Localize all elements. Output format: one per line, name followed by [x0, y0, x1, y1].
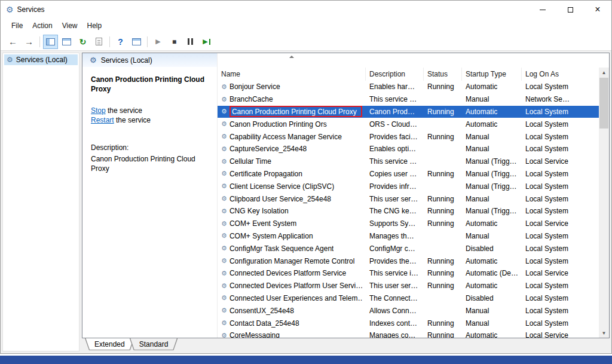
services-view: ⚙ Services (Local) Canon Production Prin…	[82, 53, 610, 338]
cell-startup: Automatic	[462, 280, 522, 292]
table-row[interactable]: ⚙BranchCacheThis service …ManualNetwork …	[218, 93, 599, 106]
cell-desc: The CNG ke…	[366, 205, 424, 218]
show-console-tree-button[interactable]	[43, 35, 58, 49]
service-name: Bonjour Service	[230, 82, 280, 91]
table-row[interactable]: ⚙COM+ System ApplicationManages th…Manua…	[218, 230, 599, 243]
cell-logon: Local System	[522, 180, 599, 192]
cell-startup: Manual	[462, 93, 522, 106]
cell-status: Running	[424, 218, 462, 230]
table-row[interactable]: ⚙COM+ Event SystemSupports Sy…RunningAut…	[218, 218, 599, 230]
cell-status: Running	[424, 280, 462, 292]
stop-service-link[interactable]: Stop	[91, 106, 106, 115]
column-header-description[interactable]: Description	[366, 68, 424, 81]
cell-logon: Local System	[522, 168, 599, 181]
cell-desc: Enables opti…	[366, 143, 424, 155]
table-row[interactable]: ⚙CaptureService_254e48Enables opti…Manua…	[218, 143, 599, 155]
cell-startup: Manual (Trigg…	[462, 155, 522, 168]
scroll-thumb[interactable]	[599, 78, 608, 129]
cell-startup: Manual	[462, 130, 522, 143]
window-button[interactable]	[129, 35, 144, 49]
help-button[interactable]	[113, 35, 128, 49]
cell-logon: Local System	[522, 255, 599, 267]
tab-extended[interactable]: Extended	[85, 338, 134, 350]
service-gear-icon: ⚙	[221, 257, 227, 265]
column-header-startup-type[interactable]: Startup Type	[462, 68, 522, 81]
cell-logon: Network Se…	[522, 93, 599, 106]
cell-status: Running	[424, 192, 462, 205]
taskbar[interactable]	[0, 356, 612, 364]
service-name: CNG Key Isolation	[230, 207, 289, 215]
service-gear-icon: ⚙	[221, 170, 227, 178]
properties-button[interactable]	[59, 35, 74, 49]
window-title: Services	[17, 5, 45, 14]
stop-service-button[interactable]	[167, 35, 182, 49]
view-header: ⚙ Services (Local)	[82, 53, 217, 67]
service-gear-icon: ⚙	[221, 158, 227, 166]
cell-status	[424, 292, 462, 305]
service-name: Certificate Propagation	[230, 170, 302, 178]
tree-item-services-local[interactable]: ⚙ Services (Local)	[4, 54, 78, 65]
cell-desc: Enables har…	[366, 81, 424, 93]
table-row[interactable]: ⚙CoreMessagingManages co…RunningAutomati…	[218, 329, 599, 338]
refresh-button[interactable]	[75, 35, 90, 49]
table-row[interactable]: ⚙Canon Production Printing OrsORS - Clou…	[218, 118, 599, 130]
help-icon	[118, 37, 123, 47]
column-header-log-on-as[interactable]: Log On As	[522, 68, 599, 81]
cell-startup: Manual (Trigg…	[462, 168, 522, 181]
cell-name: ⚙Canon Production Printing Ors	[218, 118, 366, 130]
maximize-button[interactable]	[556, 1, 584, 19]
table-row[interactable]: ⚙Client License Service (ClipSVC)Provide…	[218, 180, 599, 192]
cell-startup: Automatic	[462, 218, 522, 230]
tab-standard[interactable]: Standard	[130, 338, 178, 350]
main-panel: ⚙ Services (Local) Canon Production Prin…	[82, 53, 610, 351]
scroll-down-icon[interactable]: ▼	[599, 328, 609, 338]
table-row[interactable]: ⚙Bonjour ServiceEnables har…RunningAutom…	[218, 81, 599, 93]
export-list-button[interactable]	[91, 35, 106, 49]
column-header-status[interactable]: Status	[424, 68, 462, 81]
menu-item-help[interactable]: Help	[82, 20, 107, 32]
table-row[interactable]: ⚙Contact Data_254e48Indexes cont…Running…	[218, 317, 599, 329]
restart-service-link[interactable]: Restart	[91, 116, 114, 124]
table-row[interactable]: ⚙ConsentUX_254e48Allows Conn…ManualLocal…	[218, 304, 599, 317]
start-service-button[interactable]	[151, 35, 166, 49]
back-button[interactable]	[5, 35, 20, 49]
service-name: ConsentUX_254e48	[230, 307, 294, 315]
menu-item-view[interactable]: View	[57, 20, 82, 32]
close-button[interactable]: ×	[584, 1, 611, 19]
service-gear-icon: ⚙	[221, 307, 227, 314]
table-row[interactable]: ⚙Certificate PropagationCopies user …Run…	[218, 168, 599, 181]
vertical-scrollbar[interactable]: ▲ ▼	[599, 68, 609, 338]
table-row[interactable]: ⚙Clipboard User Service_254e48This user …	[218, 192, 599, 205]
service-name: Cellular Time	[230, 157, 271, 166]
cell-desc: Manages th…	[366, 230, 424, 243]
pause-service-button[interactable]	[183, 35, 198, 49]
menu-item-action[interactable]: Action	[27, 20, 57, 32]
forward-button[interactable]	[22, 35, 36, 49]
cell-logon: Local Service	[522, 218, 599, 230]
window-controls: ×	[529, 1, 611, 19]
table-row[interactable]: ⚙Connected Devices Platform ServiceThis …	[218, 267, 599, 280]
table-row[interactable]: ⚙Capability Access Manager ServiceProvid…	[218, 130, 599, 143]
table-row[interactable]: ⚙Connected User Experiences and Telem…Th…	[218, 292, 599, 305]
table-row[interactable]: ⚙Configuration Manager Remote ControlPro…	[218, 255, 599, 267]
restart-service-line: Restart the service	[91, 115, 209, 125]
cell-status	[424, 143, 462, 155]
cell-name: ⚙ConfigMgr Task Sequence Agent	[218, 242, 366, 255]
scroll-up-icon[interactable]: ▲	[599, 68, 609, 77]
table-row[interactable]: ⚙CNG Key IsolationThe CNG ke…RunningManu…	[218, 205, 599, 218]
cell-name: ⚙Canon Production Printing Cloud Proxy	[218, 106, 366, 118]
menu-item-file[interactable]: File	[7, 20, 27, 32]
cell-desc: This service i…	[366, 267, 424, 280]
table-row[interactable]: ⚙Canon Production Printing Cloud ProxyCa…	[218, 106, 599, 118]
service-gear-icon: ⚙	[221, 282, 227, 290]
restart-service-button[interactable]	[199, 35, 214, 49]
titlebar[interactable]: ⚙ Services ×	[1, 1, 611, 19]
toolbar-separator	[39, 36, 40, 47]
table-row[interactable]: ⚙Cellular TimeThis service …Manual (Trig…	[218, 155, 599, 168]
minimize-button[interactable]	[529, 1, 556, 19]
column-header-name[interactable]: Name	[218, 68, 366, 81]
table-row[interactable]: ⚙ConfigMgr Task Sequence AgentConfigMgr …	[218, 242, 599, 255]
cell-logon: Local System	[522, 205, 599, 218]
toolbar-separator	[147, 36, 148, 47]
table-row[interactable]: ⚙Connected Devices Platform User Servi…T…	[218, 280, 599, 292]
